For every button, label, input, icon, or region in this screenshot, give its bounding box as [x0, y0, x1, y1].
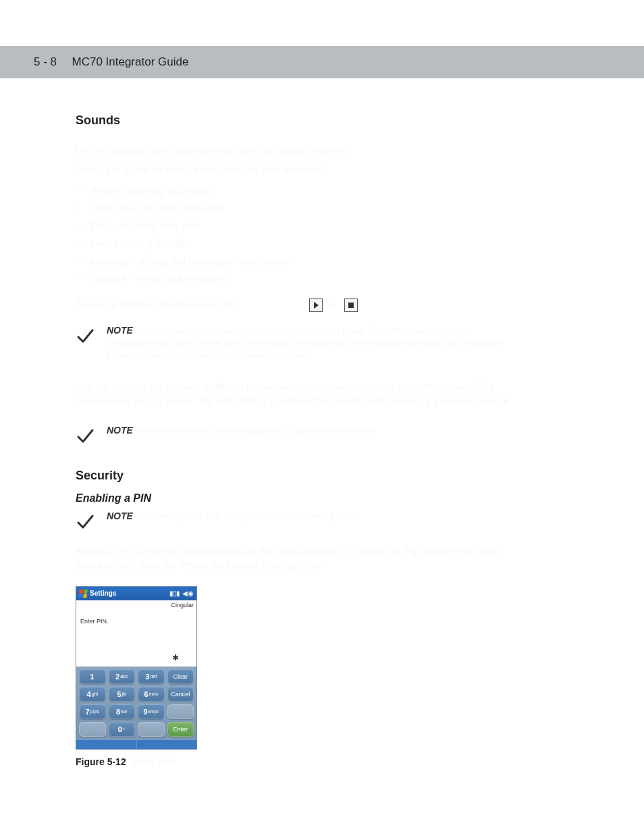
device-screenshot: Settings ▮▯▮ ◀◉ Cingular Enter PIN. ✱ 1 … [76, 586, 197, 750]
keypad-blank: . [138, 722, 165, 737]
softkey-right[interactable] [136, 739, 197, 749]
play-line-before: To play or stop the selected sound, tap [76, 298, 238, 311]
note-block: NOTE Place emergency calls at any time w… [76, 510, 527, 531]
play-icon[interactable] [309, 298, 323, 312]
keypad-0[interactable]: 0+ [109, 722, 136, 737]
list-item: •Phone - incoming voice calls [76, 184, 527, 197]
note-label: NOTE [107, 325, 133, 336]
keypad-5[interactable]: 5jkl [109, 687, 136, 702]
list-item: •Data - incoming data calls [76, 219, 527, 232]
keypad-blank: . [167, 704, 194, 719]
services-paragraph: Use the Services tab to select additiona… [76, 380, 527, 408]
device-title: Settings [90, 590, 167, 597]
windows-flag-icon [78, 590, 88, 598]
keypad-8[interactable]: 8tuv [109, 704, 136, 719]
list-item: •Callback - missed call reminders [76, 272, 527, 286]
list-item: •Voice Mail - incoming voice mail [76, 201, 527, 215]
guide-title: MC70 Integrator Guide [72, 55, 188, 68]
keypad-2[interactable]: 2abc [109, 669, 136, 684]
keypad-6[interactable]: 6mno [138, 687, 165, 702]
sounds-heading: Sounds [76, 113, 527, 128]
play-line-after: . [365, 298, 367, 311]
enable-pin-paragraph: Enable a PIN so that the phone prompts f… [76, 545, 527, 573]
device-softkey-bar [76, 739, 196, 749]
sounds-list: •Phone - incoming voice calls •Voice Mai… [76, 184, 527, 286]
enabling-pin-heading: Enabling a PIN [76, 492, 527, 504]
speaker-icon: ◀◉ [182, 590, 194, 597]
keypad-clear[interactable]: Clear [167, 669, 194, 684]
keypad-blank: . [79, 722, 106, 737]
note-text: Place emergency calls at any time withou… [136, 511, 360, 521]
keypad-9[interactable]: 9wxyz [138, 704, 165, 719]
sounds-intro: Use the Sounds tab to customize ring ton… [76, 144, 527, 157]
figure-number: Figure 5-12 [76, 756, 126, 767]
carrier-label: Cingular [171, 602, 194, 608]
checkmark-icon [76, 510, 96, 531]
note-block: NOTE You can use custom .wav, .mid, or .… [76, 324, 527, 362]
page-content: Sounds Use the Sounds tab to customize r… [0, 78, 560, 794]
list-item: •Message - arriving text messages / noti… [76, 255, 527, 268]
pin-masked: ✱ [172, 653, 179, 662]
page-number: 5 - 8 [34, 55, 57, 68]
security-heading: Security [76, 469, 527, 483]
play-or: or [329, 298, 338, 311]
play-stop-line: To play or stop the selected sound, tap … [76, 298, 527, 311]
page-header: 5 - 8 MC70 Integrator Guide [0, 46, 644, 78]
keypad-3[interactable]: 3def [138, 669, 165, 684]
keypad-cancel[interactable]: Cancel [167, 687, 194, 702]
note-text: You can use custom .wav, .mid, or .wma f… [107, 325, 502, 361]
device-titlebar: Settings ▮▯▮ ◀◉ [76, 587, 196, 600]
device-screen: Cingular Enter PIN. ✱ [76, 600, 196, 667]
figure-caption-text: Enter PIN [133, 756, 174, 767]
checkmark-icon [76, 324, 96, 346]
signal-icon: ▮▯▮ [169, 590, 180, 597]
keypad-enter[interactable]: Enter [167, 722, 194, 737]
keypad-7[interactable]: 7pqrs [79, 704, 106, 719]
list-item: •Fax - incoming fax calls [76, 236, 527, 250]
softkey-left[interactable] [76, 739, 136, 749]
note-label: NOTE [107, 511, 133, 521]
sounds-list-intro: Select a ring tone for each function fro… [76, 163, 527, 176]
checkmark-icon [76, 424, 96, 446]
note-label: NOTE [107, 425, 133, 436]
keypad-1[interactable]: 1 [79, 669, 106, 684]
keypad-4[interactable]: 4ghi [79, 687, 106, 702]
note-block: NOTE Some services may not be supported … [76, 424, 527, 446]
note-text: Some services may not be supported by yo… [136, 425, 378, 436]
enter-pin-prompt: Enter PIN. [80, 618, 109, 625]
stop-icon[interactable] [344, 298, 358, 312]
figure-caption: Figure 5-12 Enter PIN [76, 756, 527, 767]
device-keypad: 1 2abc 3def Clear 4ghi 5jkl 6mno Cancel … [76, 667, 196, 739]
